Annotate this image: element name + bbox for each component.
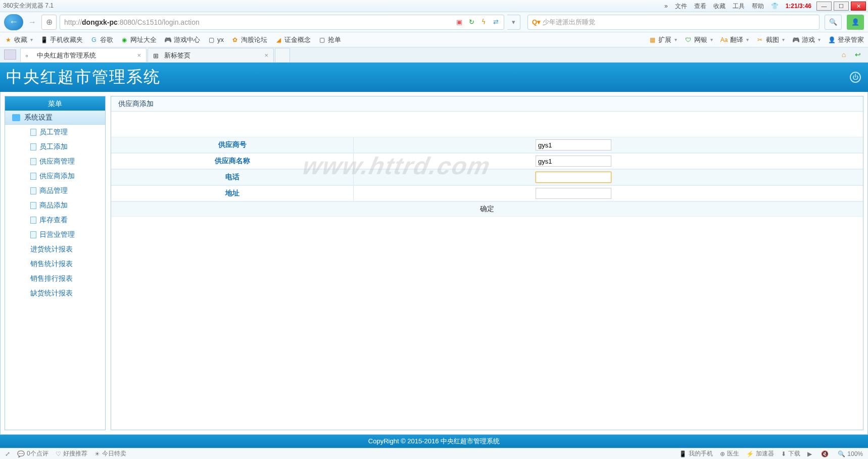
tab-favicon-icon: ▫ <box>26 52 33 59</box>
status-right-1[interactable]: ⊕医生 <box>720 449 739 458</box>
sidebar-item-11[interactable]: 缺货统计报表 <box>5 286 105 300</box>
bookmark-item-2[interactable]: G谷歌 <box>90 35 113 44</box>
bookmark-label: 证金概念 <box>284 35 311 44</box>
status-left-0[interactable]: 💬0个点评 <box>17 449 49 458</box>
input-supplier-name[interactable] <box>536 156 611 167</box>
refresh-icon[interactable]: ↻ <box>467 18 475 26</box>
bookmark-item-4[interactable]: 🎮游戏中心 <box>164 35 200 44</box>
submit-button[interactable]: 确定 <box>475 203 499 215</box>
status-right-0[interactable]: 📱我的手机 <box>679 449 713 458</box>
app-footer: CopyRight © 2015-2016 中央红超市管理系统 <box>0 435 868 448</box>
toolbar-item-5[interactable]: 👤登录管家 <box>828 35 864 44</box>
tab-close-button[interactable]: × <box>137 52 141 59</box>
nav-forward-button[interactable]: → <box>26 16 38 28</box>
bookmark-item-8[interactable]: ▢抢单 <box>318 35 341 44</box>
status-icon: ⊕ <box>720 450 725 457</box>
sidebar-group-system[interactable]: 系统设置 <box>5 111 105 125</box>
status-left-1[interactable]: ♡好搜推荐 <box>56 449 87 458</box>
bookmark-icon: 🎮 <box>164 36 172 44</box>
bookmark-icon: ▢ <box>207 36 215 44</box>
status-icon: 🔇 <box>821 450 829 457</box>
window-minimize-button[interactable]: — <box>816 2 832 11</box>
status-right-6[interactable]: 🔍100% <box>838 450 863 457</box>
search-input[interactable]: Q▾ 少年进派出所睡觉 <box>527 15 819 30</box>
bookmark-item-1[interactable]: 📱手机收藏夹 <box>40 35 83 44</box>
toolbar-label: 截图 <box>766 35 779 44</box>
status-right-2[interactable]: ⚡加速器 <box>746 449 774 458</box>
bookmark-label: 手机收藏夹 <box>50 35 83 44</box>
status-left-2[interactable]: ☀今日特卖 <box>94 449 126 458</box>
document-icon <box>30 158 36 165</box>
toolbar-item-4[interactable]: 🎮游戏▾ <box>792 35 821 44</box>
toolbar-icon: ✂ <box>756 36 764 44</box>
label-address: 地址 <box>111 186 354 201</box>
reload-button[interactable]: ⊕ <box>41 15 57 30</box>
compat-icon[interactable]: ⇄ <box>492 18 500 26</box>
document-icon <box>30 187 36 194</box>
bookmark-item-6[interactable]: ✿淘股论坛 <box>231 35 267 44</box>
tab-0[interactable]: ▫中央红超市管理系统× <box>20 48 147 62</box>
status-icon: ▶ <box>807 450 812 457</box>
status-label: 医生 <box>727 449 739 458</box>
nav-back-button[interactable]: ← <box>4 14 23 30</box>
status-right-5[interactable]: 🔇 <box>821 450 831 457</box>
input-supplier-no[interactable] <box>536 139 611 150</box>
sidebar-item-8[interactable]: 进货统计报表 <box>5 242 105 257</box>
sidebar-item-4[interactable]: 商品管理 <box>5 183 105 198</box>
sidebar-item-2[interactable]: 供应商管理 <box>5 154 105 169</box>
toolbar-item-1[interactable]: 🛡网银▾ <box>684 35 713 44</box>
sidebar: 菜单 系统设置 员工管理员工添加供应商管理供应商添加商品管理商品添加库存查看日营… <box>5 96 106 430</box>
restore-icon[interactable]: ↩ <box>853 49 863 60</box>
search-button[interactable]: 🔍 <box>825 15 842 30</box>
bookmark-label: 抢单 <box>328 35 341 44</box>
sidebar-item-6[interactable]: 库存查看 <box>5 213 105 227</box>
url-dropdown-button[interactable]: ▾ <box>507 15 520 30</box>
menu-fav[interactable]: 收藏 <box>710 2 729 11</box>
toolbar-item-3[interactable]: ✂截图▾ <box>756 35 785 44</box>
status-icon: 📱 <box>679 450 687 457</box>
tab-close-button[interactable]: × <box>264 52 268 59</box>
home-icon[interactable]: ⌂ <box>839 49 849 60</box>
sidebar-item-3[interactable]: 供应商添加 <box>5 169 105 183</box>
bookmark-icon: ◢ <box>274 36 282 44</box>
account-button[interactable]: 👤 <box>847 15 864 30</box>
sidebar-item-10[interactable]: 销售排行报表 <box>5 271 105 286</box>
toolbar-item-0[interactable]: ▦扩展▾ <box>648 35 677 44</box>
status-icon: 💬 <box>17 450 25 457</box>
menu-view[interactable]: 查看 <box>691 2 709 11</box>
toolbar-item-2[interactable]: Aa翻译▾ <box>720 35 749 44</box>
new-tab-button[interactable] <box>275 48 290 62</box>
tab-1[interactable]: ⊞新标签页× <box>148 48 274 62</box>
bookmark-item-3[interactable]: ◉网址大全 <box>120 35 157 44</box>
input-phone[interactable] <box>536 172 611 183</box>
power-icon[interactable]: ⏻ <box>850 72 861 83</box>
tab-label: 中央红超市管理系统 <box>37 51 96 60</box>
bookmark-item-7[interactable]: ◢证金概念 <box>274 35 311 44</box>
sidebar-item-9[interactable]: 销售统计报表 <box>5 257 105 271</box>
menu-tools[interactable]: 工具 <box>730 2 748 11</box>
status-right-3[interactable]: ⬇下载 <box>781 449 800 458</box>
window-maximize-button[interactable]: ☐ <box>834 2 849 11</box>
tab-handle-icon[interactable] <box>4 49 16 60</box>
sidebar-item-0[interactable]: 员工管理 <box>5 125 105 139</box>
menu-help[interactable]: 帮助 <box>749 2 767 11</box>
input-address[interactable] <box>536 188 611 199</box>
lightning-icon[interactable]: ϟ <box>479 18 488 26</box>
status-label: 我的手机 <box>689 449 713 458</box>
sidebar-item-5[interactable]: 商品添加 <box>5 198 105 213</box>
bookmark-label: 淘股论坛 <box>241 35 267 44</box>
sidebar-item-label: 日营业管理 <box>39 230 75 239</box>
url-input[interactable]: http://dongxk-pc:8080/Cs1510/login.actio… <box>60 15 504 30</box>
menu-file[interactable]: 文件 <box>672 2 690 11</box>
status-indicator-icon[interactable]: ⤢ <box>5 450 10 457</box>
window-close-button[interactable]: ✕ <box>851 2 866 11</box>
menu-more[interactable]: » <box>661 3 671 10</box>
sidebar-item-7[interactable]: 日营业管理 <box>5 227 105 242</box>
sidebar-item-1[interactable]: 员工添加 <box>5 139 105 154</box>
bookmark-item-0[interactable]: ★收藏▾ <box>4 35 33 44</box>
block-icon[interactable]: ▣ <box>455 18 463 26</box>
document-icon <box>30 217 36 224</box>
skin-icon[interactable]: 👕 <box>768 3 782 10</box>
bookmark-item-5[interactable]: ▢yx <box>207 35 224 44</box>
status-right-4[interactable]: ▶ <box>807 450 814 457</box>
